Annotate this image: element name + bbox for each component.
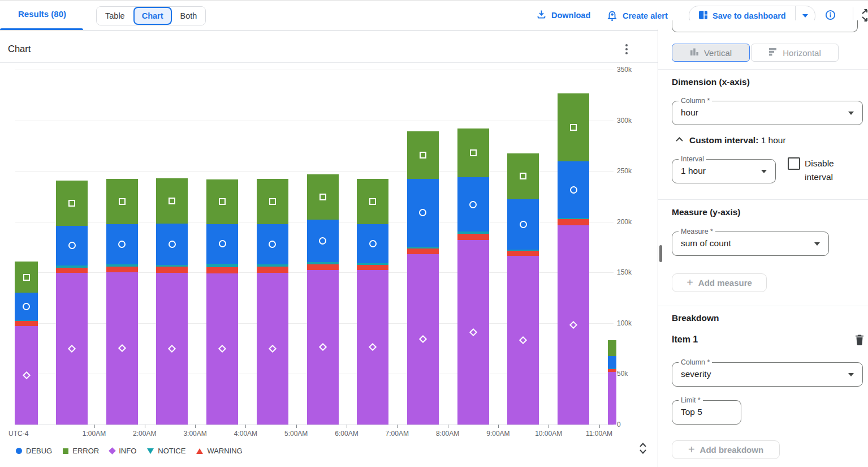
series-marker-diamond bbox=[168, 345, 176, 353]
series-marker-diamond bbox=[469, 328, 477, 336]
bar-segment-info bbox=[357, 270, 388, 425]
x-axis-label-8:00AM: 8:00AM bbox=[429, 430, 467, 438]
series-marker-circle bbox=[219, 240, 226, 247]
bar-segment-notice bbox=[156, 265, 188, 267]
bar-segment-debug bbox=[206, 224, 238, 264]
series-marker-circle bbox=[520, 221, 527, 228]
bar-segment-info bbox=[106, 272, 138, 425]
bar-segment-info bbox=[457, 240, 489, 425]
bar-segment-error bbox=[307, 174, 339, 220]
add-measure-button[interactable]: + Add measure bbox=[672, 273, 767, 292]
series-marker-square bbox=[420, 152, 426, 158]
download-icon bbox=[536, 9, 547, 22]
section-divider bbox=[658, 69, 868, 70]
bar-segment-error bbox=[608, 340, 616, 356]
x-tick bbox=[397, 425, 398, 428]
bar-segment-notice bbox=[56, 265, 88, 268]
dimension-column-select[interactable]: Column * hour bbox=[672, 101, 863, 125]
breakdown-item-title: Item 1 bbox=[672, 335, 698, 345]
bar-segment-notice bbox=[457, 232, 489, 234]
series-marker-square bbox=[319, 194, 326, 200]
measure-select[interactable]: Measure * sum of count bbox=[672, 232, 829, 256]
measure-heading: Measure (y-axis) bbox=[672, 207, 740, 217]
bar-segment-debug bbox=[357, 224, 388, 263]
series-marker-square bbox=[269, 198, 276, 205]
breakdown-limit-label: Limit * bbox=[679, 396, 703, 404]
tab-results[interactable]: Results (80) bbox=[18, 9, 66, 19]
bar-segment-info bbox=[307, 270, 339, 425]
chart-header-divider bbox=[0, 62, 658, 63]
dashboard-icon bbox=[698, 10, 708, 22]
bar-segment-info bbox=[257, 273, 288, 425]
series-marker-circle bbox=[269, 241, 276, 248]
create-alert-button[interactable]: Create alert bbox=[606, 9, 668, 23]
x-tick bbox=[549, 425, 549, 428]
series-marker-diamond bbox=[519, 336, 527, 344]
series-marker-square bbox=[219, 198, 226, 205]
dimension-heading: Dimension (x-axis) bbox=[672, 77, 750, 87]
series-marker-diamond bbox=[118, 344, 126, 352]
series-marker-square bbox=[470, 149, 477, 156]
legend-diamond-icon bbox=[109, 447, 116, 455]
series-marker-square bbox=[23, 274, 30, 281]
bar-segment-warning bbox=[206, 267, 238, 273]
bar-segment-error bbox=[558, 93, 589, 161]
alert-bell-icon bbox=[606, 9, 618, 23]
add-breakdown-button[interactable]: + Add breakdown bbox=[672, 440, 780, 459]
view-toggle-chart[interactable]: Chart bbox=[133, 7, 172, 25]
x-tick bbox=[94, 425, 95, 428]
expand-panel-icon[interactable] bbox=[861, 8, 868, 25]
bar-segment-notice bbox=[507, 250, 539, 251]
panel-divider bbox=[658, 29, 658, 467]
interval-select[interactable]: Interval 1 hour bbox=[672, 159, 776, 183]
bar-segment-warning bbox=[608, 369, 616, 372]
bar-segment-info bbox=[56, 273, 88, 425]
series-marker-circle bbox=[68, 242, 76, 249]
view-toggle-table[interactable]: Table bbox=[97, 7, 133, 25]
bar-segment-debug bbox=[257, 224, 288, 264]
breakdown-limit-field[interactable]: Limit * Top 5 bbox=[672, 400, 741, 425]
bar-segment-error bbox=[507, 153, 539, 199]
panel-resize-handle[interactable] bbox=[659, 245, 662, 262]
plus-icon: + bbox=[688, 444, 695, 455]
series-marker-square bbox=[570, 124, 577, 131]
download-button[interactable]: Download bbox=[536, 9, 590, 22]
orientation-horizontal-button[interactable]: Horizontal bbox=[751, 44, 839, 62]
unfold-more-icon[interactable] bbox=[637, 441, 649, 458]
series-marker-circle bbox=[23, 303, 30, 310]
legend-triangle-down-icon bbox=[147, 448, 154, 454]
x-tick bbox=[145, 425, 145, 428]
x-tick bbox=[347, 425, 347, 428]
disable-interval-checkbox[interactable] bbox=[788, 157, 800, 170]
bar-segment-info bbox=[507, 256, 539, 425]
bar-segment-debug bbox=[156, 224, 188, 265]
series-marker-square bbox=[169, 198, 175, 204]
trash-icon[interactable] bbox=[854, 334, 865, 348]
panel-top-field-cutoff[interactable] bbox=[672, 20, 858, 32]
chart-menu-kebab-icon[interactable] bbox=[621, 42, 632, 57]
x-tick bbox=[195, 425, 196, 428]
bar-segment-debug bbox=[56, 226, 88, 265]
x-axis-label-5:00AM: 5:00AM bbox=[277, 430, 316, 438]
breakdown-column-select[interactable]: Column * severity bbox=[672, 362, 863, 387]
y-axis-label-300k: 300k bbox=[617, 117, 632, 125]
legend-triangle-up-icon bbox=[196, 448, 203, 454]
series-marker-diamond bbox=[569, 321, 577, 329]
table-chart-both-toggle: TableChartBoth bbox=[96, 6, 206, 25]
chevron-down-icon bbox=[848, 373, 854, 376]
series-marker-square bbox=[119, 198, 126, 205]
view-toggle-both[interactable]: Both bbox=[172, 7, 206, 25]
bar-segment-warning bbox=[15, 321, 38, 326]
y-axis-label-150k: 150k bbox=[617, 268, 632, 276]
bar-segment-warning bbox=[106, 267, 138, 272]
custom-interval-toggle[interactable]: Custom interval: 1 hour bbox=[675, 135, 786, 145]
bar-segment-error bbox=[407, 131, 439, 179]
series-marker-circle bbox=[319, 237, 326, 245]
orientation-vertical-button[interactable]: Vertical bbox=[672, 44, 750, 62]
bar-segment-error bbox=[457, 128, 489, 177]
bar-segment-notice bbox=[407, 247, 439, 249]
series-marker-circle bbox=[369, 240, 377, 247]
bar-segment-error bbox=[257, 179, 288, 224]
bar-segment-error bbox=[206, 179, 238, 224]
y-axis-label-200k: 200k bbox=[617, 218, 632, 226]
